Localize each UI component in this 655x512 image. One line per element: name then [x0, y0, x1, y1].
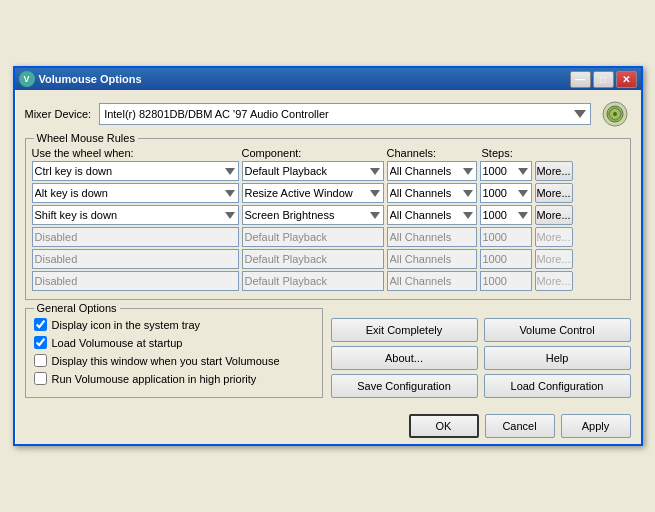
steps-select-6[interactable]: 1000 [480, 271, 532, 291]
action-buttons: Exit Completely Volume Control About... … [331, 308, 631, 398]
comp-select-4[interactable]: Default Playback [242, 227, 384, 247]
chan-select-2[interactable]: All Channels [387, 183, 477, 203]
more-button-4[interactable]: More... [535, 227, 573, 247]
volume-control-button[interactable]: Volume Control [484, 318, 631, 342]
chan-select-1[interactable]: All Channels [387, 161, 477, 181]
ok-button[interactable]: OK [409, 414, 479, 438]
checkbox-display-window-label: Display this window when you start Volum… [52, 355, 280, 367]
column-headers: Use the wheel when: Component: Channels:… [32, 147, 624, 159]
action-row-2: About... Help [331, 346, 631, 370]
cancel-button[interactable]: Cancel [485, 414, 555, 438]
content-area: Mixer Device: Intel(r) 82801DB/DBM AC '9… [15, 90, 641, 406]
col-header-component: Component: [242, 147, 387, 159]
general-options-group: General Options Display icon in the syst… [25, 308, 323, 398]
checkbox-row-4: Run Volumouse application in high priori… [34, 372, 314, 385]
action-row-1: Exit Completely Volume Control [331, 318, 631, 342]
steps-select-1[interactable]: 1000 [480, 161, 532, 181]
minimize-button[interactable]: — [570, 71, 591, 88]
bottom-area: General Options Display icon in the syst… [25, 308, 631, 398]
steps-select-5[interactable]: 1000 [480, 249, 532, 269]
chan-select-6[interactable]: All Channels [387, 271, 477, 291]
checkbox-row-2: Load Volumouse at startup [34, 336, 314, 349]
mixer-icon [599, 98, 631, 130]
help-button[interactable]: Help [484, 346, 631, 370]
chan-select-4[interactable]: All Channels [387, 227, 477, 247]
svg-point-2 [613, 112, 617, 116]
more-button-5[interactable]: More... [535, 249, 573, 269]
comp-select-3[interactable]: Screen Brightness [242, 205, 384, 225]
wheel-row-4: Disabled Default Playback All Channels 1… [32, 227, 624, 247]
title-buttons: — □ ✕ [570, 71, 637, 88]
checkbox-high-priority[interactable] [34, 372, 47, 385]
comp-select-1[interactable]: Default Playback [242, 161, 384, 181]
checkbox-startup[interactable] [34, 336, 47, 349]
action-row-3: Save Configuration Load Configuration [331, 374, 631, 398]
about-button[interactable]: About... [331, 346, 478, 370]
comp-select-6[interactable]: Default Playback [242, 271, 384, 291]
use-select-6[interactable]: Disabled [32, 271, 239, 291]
comp-select-2[interactable]: Resize Active Window [242, 183, 384, 203]
more-button-2[interactable]: More... [535, 183, 573, 203]
title-bar-left: V Volumouse Options [19, 71, 142, 87]
checkbox-systray-label: Display icon in the system tray [52, 319, 201, 331]
chan-select-5[interactable]: All Channels [387, 249, 477, 269]
wheel-rules-group: Wheel Mouse Rules Use the wheel when: Co… [25, 138, 631, 300]
steps-select-3[interactable]: 1000 [480, 205, 532, 225]
use-select-4[interactable]: Disabled [32, 227, 239, 247]
footer: OK Cancel Apply [15, 406, 641, 444]
wheel-row-3: Shift key is down Screen Brightness All … [32, 205, 624, 225]
more-button-6[interactable]: More... [535, 271, 573, 291]
app-icon: V [19, 71, 35, 87]
main-window: V Volumouse Options — □ ✕ Mixer Device: … [13, 66, 643, 446]
title-bar: V Volumouse Options — □ ✕ [15, 68, 641, 90]
steps-select-2[interactable]: 1000 [480, 183, 532, 203]
maximize-button[interactable]: □ [593, 71, 614, 88]
more-button-3[interactable]: More... [535, 205, 573, 225]
wheel-row-1: Ctrl key is down Default Playback All Ch… [32, 161, 624, 181]
apply-button[interactable]: Apply [561, 414, 631, 438]
mixer-device-select[interactable]: Intel(r) 82801DB/DBM AC '97 Audio Contro… [99, 103, 590, 125]
load-config-button[interactable]: Load Configuration [484, 374, 631, 398]
checkbox-row-3: Display this window when you start Volum… [34, 354, 314, 367]
use-select-3[interactable]: Shift key is down [32, 205, 239, 225]
more-button-1[interactable]: More... [535, 161, 573, 181]
wheel-row-6: Disabled Default Playback All Channels 1… [32, 271, 624, 291]
save-config-button[interactable]: Save Configuration [331, 374, 478, 398]
exit-completely-button[interactable]: Exit Completely [331, 318, 478, 342]
wheel-rules-label: Wheel Mouse Rules [34, 132, 138, 144]
col-header-use: Use the wheel when: [32, 147, 242, 159]
checkbox-display-window[interactable] [34, 354, 47, 367]
use-select-1[interactable]: Ctrl key is down [32, 161, 239, 181]
steps-select-4[interactable]: 1000 [480, 227, 532, 247]
general-options-label: General Options [34, 302, 120, 314]
use-select-2[interactable]: Alt key is down [32, 183, 239, 203]
close-button[interactable]: ✕ [616, 71, 637, 88]
checkbox-row-1: Display icon in the system tray [34, 318, 314, 331]
checkbox-startup-label: Load Volumouse at startup [52, 337, 183, 349]
checkbox-systray[interactable] [34, 318, 47, 331]
window-title: Volumouse Options [39, 73, 142, 85]
comp-select-5[interactable]: Default Playback [242, 249, 384, 269]
wheel-row-2: Alt key is down Resize Active Window All… [32, 183, 624, 203]
col-header-channels: Channels: [387, 147, 482, 159]
chan-select-3[interactable]: All Channels [387, 205, 477, 225]
col-header-steps: Steps: [482, 147, 547, 159]
use-select-5[interactable]: Disabled [32, 249, 239, 269]
wheel-row-5: Disabled Default Playback All Channels 1… [32, 249, 624, 269]
mixer-label: Mixer Device: [25, 108, 92, 120]
checkbox-high-priority-label: Run Volumouse application in high priori… [52, 373, 257, 385]
mixer-row: Mixer Device: Intel(r) 82801DB/DBM AC '9… [25, 98, 631, 130]
